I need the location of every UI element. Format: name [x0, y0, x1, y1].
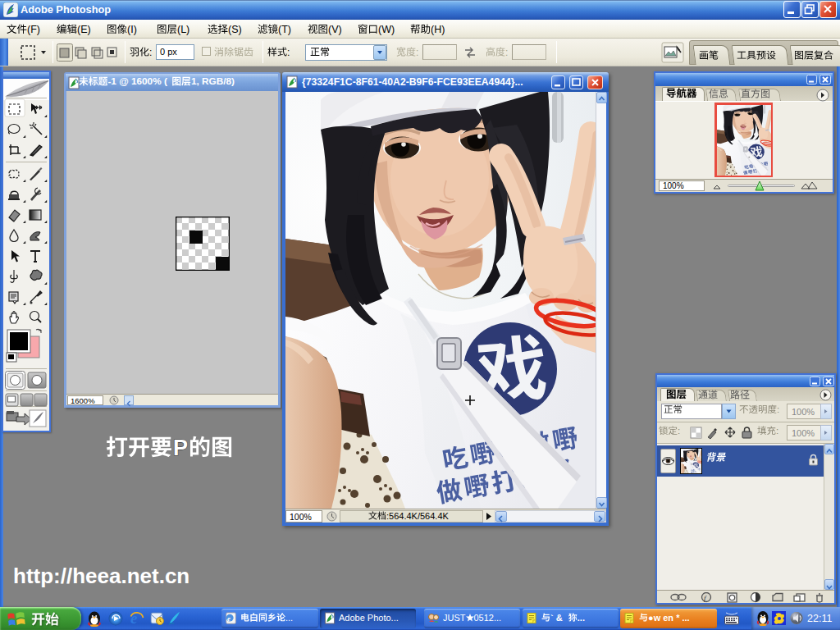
- svg-text:{73324F1C-8F61-40A2-B9F6-FCE93: {73324F1C-8F61-40A2-B9F6-FCE93EEA4944}..…: [302, 76, 523, 88]
- svg-text:(V): (V): [328, 24, 342, 35]
- svg-text:Adobe Photoshop: Adobe Photoshop: [21, 3, 111, 16]
- svg-text:(I): (I): [127, 24, 137, 35]
- svg-text:...: ...: [285, 613, 293, 623]
- svg-text::: :: [505, 47, 508, 58]
- svg-text:(W): (W): [378, 24, 395, 35]
- svg-text:...: ...: [578, 613, 585, 623]
- svg-text:` &: ` &: [550, 613, 563, 623]
- svg-text:(T): (T): [278, 24, 291, 35]
- svg-text:(E): (E): [77, 24, 91, 35]
- svg-text:http://heea.net.cn: http://heea.net.cn: [13, 564, 189, 588]
- svg-text:(F): (F): [27, 24, 40, 35]
- svg-text::: :: [149, 47, 152, 58]
- svg-text:(L): (L): [177, 24, 189, 35]
- svg-text::: :: [777, 404, 779, 414]
- svg-text:P: P: [173, 436, 188, 460]
- svg-text::: :: [776, 426, 778, 436]
- svg-text:-1 @ 1600% (: -1 @ 1600% (: [107, 75, 167, 87]
- svg-text::564.4K/564.4K: :564.4K/564.4K: [386, 511, 450, 521]
- svg-text::: :: [287, 47, 290, 58]
- svg-text:1, RGB/8): 1, RGB/8): [191, 75, 235, 87]
- svg-text:(S): (S): [228, 24, 242, 35]
- svg-text:e: e: [227, 614, 231, 623]
- svg-text::: :: [416, 47, 418, 58]
- svg-text::: :: [678, 426, 680, 436]
- svg-text:(H): (H): [431, 24, 445, 35]
- svg-text:●w en * ...: ●w en * ...: [648, 613, 690, 623]
